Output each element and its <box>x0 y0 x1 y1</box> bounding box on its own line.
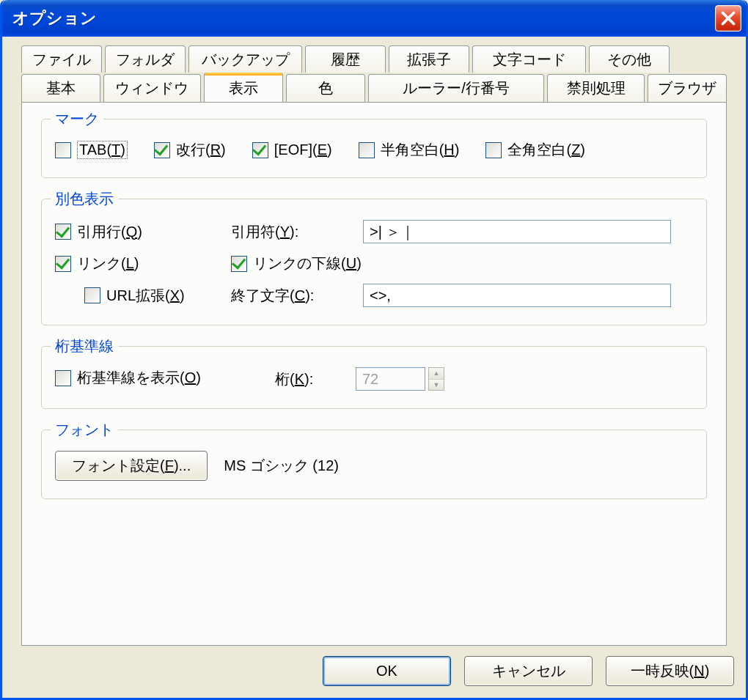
checkbox-link[interactable]: リンク(L) <box>55 254 139 273</box>
client-area: ファイルフォルダバックアップ履歴拡張子文字コードその他 基本ウィンドウ表示色ルー… <box>2 37 746 698</box>
tab-履歴[interactable]: 履歴 <box>305 45 386 73</box>
column-label: 桁(K): <box>275 371 313 387</box>
checkbox-show-column-ruler[interactable]: 桁基準線を表示(O) <box>55 368 201 388</box>
group-mark-legend: マーク <box>51 109 103 129</box>
checkbox-newline[interactable]: 改行(R) <box>154 140 226 160</box>
spinner-down-icon[interactable]: ▼ <box>429 380 444 391</box>
tab-その他[interactable]: その他 <box>589 45 670 73</box>
group-color-legend: 別色表示 <box>51 189 118 209</box>
group-color-display: 別色表示 引用行(Q) 引用符(Y): リンク(L) リンクの下線(U) URL… <box>41 199 707 325</box>
tab-禁則処理[interactable]: 禁則処理 <box>547 74 645 103</box>
dialog-button-row: OK キャンセル 一時反映(N) <box>8 646 740 692</box>
checkbox-full-space[interactable]: 全角空白(Z) <box>485 140 585 160</box>
group-font-legend: フォント <box>51 420 118 440</box>
column-spinner[interactable]: ▲ ▼ <box>428 367 444 391</box>
cancel-button[interactable]: キャンセル <box>464 656 593 686</box>
group-font: フォント フォント設定(F)... MS ゴシック (12) <box>41 430 707 499</box>
titlebar: オプション <box>2 0 746 37</box>
font-settings-button[interactable]: フォント設定(F)... <box>55 451 208 481</box>
checkbox-quote-line[interactable]: 引用行(Q) <box>55 222 142 242</box>
quote-char-input[interactable] <box>363 220 671 243</box>
group-column-ruler: 桁基準線 桁基準線を表示(O) 桁(K): ▲ ▼ <box>41 346 707 409</box>
checkbox-tab[interactable]: TAB(T) <box>55 141 128 159</box>
tab-表示[interactable]: 表示 <box>204 73 283 103</box>
group-column-legend: 桁基準線 <box>51 336 118 356</box>
tab-基本[interactable]: 基本 <box>21 74 100 103</box>
tab-ウィンドウ[interactable]: ウィンドウ <box>103 74 201 103</box>
close-icon <box>721 11 736 26</box>
tab-ファイル[interactable]: ファイル <box>21 45 102 73</box>
font-info-label: MS ゴシック (12) <box>224 456 339 476</box>
tab-文字コード[interactable]: 文字コード <box>472 45 586 73</box>
checkbox-link-underline[interactable]: リンクの下線(U) <box>231 254 362 273</box>
group-mark: マーク TAB(T) 改行(R) [EOF](E) 半角空白(H) 全角空白(Z… <box>41 119 707 178</box>
end-char-label: 終了文字(C): <box>231 286 314 306</box>
end-char-input[interactable] <box>363 284 671 307</box>
ok-button[interactable]: OK <box>323 656 451 686</box>
spinner-up-icon[interactable]: ▲ <box>429 368 444 380</box>
column-input[interactable] <box>356 367 425 391</box>
options-dialog: オプション ファイルフォルダバックアップ履歴拡張子文字コードその他 基本ウィンド… <box>0 0 748 700</box>
tab-ブラウザ[interactable]: ブラウザ <box>648 74 727 103</box>
quote-char-label: 引用符(Y): <box>231 222 298 242</box>
checkbox-url-ext[interactable]: URL拡張(X) <box>84 286 185 306</box>
checkbox-eof[interactable]: [EOF](E) <box>252 141 332 158</box>
tab-ルーラー/行番号[interactable]: ルーラー/行番号 <box>368 74 545 103</box>
window-title: オプション <box>12 7 715 29</box>
close-button[interactable] <box>715 5 741 32</box>
checkbox-half-space[interactable]: 半角空白(H) <box>359 140 460 160</box>
tab-拡張子[interactable]: 拡張子 <box>389 45 469 73</box>
tab-panel-display: マーク TAB(T) 改行(R) [EOF](E) 半角空白(H) 全角空白(Z… <box>21 102 727 646</box>
tab-strip: ファイルフォルダバックアップ履歴拡張子文字コードその他 基本ウィンドウ表示色ルー… <box>8 45 740 103</box>
tab-バックアップ[interactable]: バックアップ <box>188 45 302 73</box>
tab-色[interactable]: 色 <box>286 74 365 103</box>
tab-フォルダ[interactable]: フォルダ <box>105 45 186 73</box>
apply-button[interactable]: 一時反映(N) <box>606 656 734 686</box>
